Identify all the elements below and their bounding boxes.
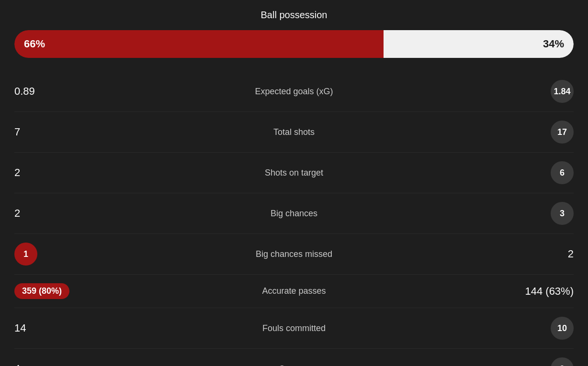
stat-right-big-chances-missed: 2: [497, 248, 574, 260]
stat-left-fouls-committed: 14: [14, 322, 91, 334]
stat-left-big-chances: 2: [14, 207, 91, 220]
stat-left-xg: 0.89: [14, 85, 91, 98]
stat-left-total-shots: 7: [14, 126, 91, 138]
stat-row-total-shots: 7 Total shots 17: [14, 112, 574, 153]
stat-label-big-chances-missed: Big chances missed: [91, 249, 497, 259]
stat-row-fouls-committed: 14 Fouls committed 10: [14, 308, 574, 349]
stat-left-badge-red: 1: [14, 243, 37, 266]
stat-right-badge: 1.84: [551, 80, 574, 103]
stat-right-badge: 3: [551, 202, 574, 225]
stat-row-big-chances-missed: 1 Big chances missed 2: [14, 234, 574, 275]
possession-left-bar: 66%: [14, 30, 384, 58]
stat-right-total-shots: 17: [497, 121, 574, 144]
stat-label-shots-on-target: Shots on target: [91, 168, 497, 178]
stat-left-value: 2: [14, 166, 20, 178]
stat-right-value: 144 (63%): [525, 285, 574, 298]
section-title: Ball possession: [14, 10, 574, 21]
stat-right-shots-on-target: 6: [497, 161, 574, 184]
stat-left-value: 14: [14, 322, 26, 334]
stat-left-shots-on-target: 2: [14, 166, 91, 179]
stat-row-big-chances: 2 Big chances 3: [14, 193, 574, 234]
stat-row-xg: 0.89 Expected goals (xG) 1.84: [14, 71, 574, 112]
stat-right-accurate-passes: 144 (63%): [497, 285, 574, 298]
stat-left-value: 7: [14, 126, 20, 138]
stat-left-corners: 4: [14, 363, 91, 366]
stats-container: 0.89 Expected goals (xG) 1.84 7 Total sh…: [14, 71, 574, 366]
possession-bar: 66% 34%: [14, 30, 574, 58]
stat-row-corners: 4 Corners 9: [14, 349, 574, 366]
possession-left-value: 66%: [24, 38, 45, 50]
stat-right-xg: 1.84: [497, 80, 574, 103]
stat-left-value: 0.89: [14, 85, 35, 97]
stat-label-total-shots: Total shots: [91, 127, 497, 137]
stat-left-pill-red: 359 (80%): [14, 283, 69, 299]
stat-label-fouls-committed: Fouls committed: [91, 323, 497, 333]
stat-right-fouls-committed: 10: [497, 317, 574, 340]
stat-right-corners: 9: [497, 357, 574, 366]
stat-right-big-chances: 3: [497, 202, 574, 225]
possession-right-bar: 34%: [384, 30, 574, 58]
stat-label-xg: Expected goals (xG): [91, 87, 497, 97]
stat-right-value: 2: [568, 248, 574, 260]
stat-row-shots-on-target: 2 Shots on target 6: [14, 153, 574, 193]
stat-label-big-chances: Big chances: [91, 209, 497, 219]
stat-row-accurate-passes: 359 (80%) Accurate passes 144 (63%): [14, 275, 574, 308]
stat-left-accurate-passes: 359 (80%): [14, 283, 91, 299]
stat-right-badge: 9: [551, 357, 574, 366]
stat-right-badge: 17: [551, 121, 574, 144]
stat-right-badge: 10: [551, 317, 574, 340]
stat-left-value: 4: [14, 363, 20, 366]
stat-left-value: 2: [14, 207, 20, 219]
stat-label-accurate-passes: Accurate passes: [91, 286, 497, 296]
stat-left-big-chances-missed: 1: [14, 243, 91, 266]
stat-label-corners: Corners: [91, 364, 497, 366]
possession-right-value: 34%: [543, 38, 564, 50]
stat-right-badge: 6: [551, 161, 574, 184]
